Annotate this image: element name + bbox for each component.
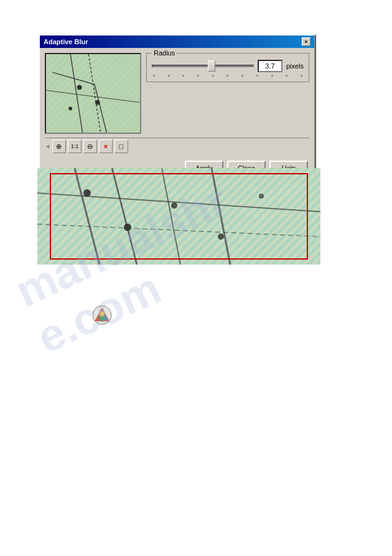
preview-box <box>45 53 141 134</box>
main-image <box>37 168 320 265</box>
slider-dot <box>153 75 155 77</box>
slider-dot <box>286 75 287 77</box>
slider-dot <box>301 75 302 77</box>
zoom-out-button[interactable]: ⊖ <box>83 139 97 153</box>
svg-point-30 <box>100 311 105 316</box>
slider-dot <box>256 75 258 77</box>
slider-dot <box>182 75 184 77</box>
dialog-titlebar: Adaptive Blur × <box>40 35 314 48</box>
radius-slider-track[interactable] <box>152 65 254 67</box>
adaptive-blur-dialog: Adaptive Blur × <box>39 34 315 183</box>
slider-row: pixels <box>152 60 304 72</box>
slider-dot <box>212 75 214 77</box>
svg-rect-2 <box>46 54 139 133</box>
dialog-content: Radius pixels <box>40 48 314 182</box>
app-icon <box>92 305 112 325</box>
slider-dot <box>168 75 170 77</box>
slider-dot <box>197 75 199 77</box>
zoom-reset-button[interactable]: 1:1 <box>68 139 82 153</box>
controls-area: Radius pixels <box>146 53 309 82</box>
cancel-icon: × <box>104 143 108 150</box>
slider-dots <box>152 75 304 77</box>
square-tool-button[interactable]: □ <box>114 139 128 153</box>
toolbar-arrow: ◄ <box>45 143 50 149</box>
slider-dot <box>241 75 243 77</box>
dialog-top-area: Radius pixels <box>45 53 309 134</box>
dialog-close-button[interactable]: × <box>302 37 310 46</box>
zoom-in-button[interactable]: ⊕ <box>52 139 66 153</box>
radius-legend: Radius <box>152 49 177 57</box>
zoom-in-icon: ⊕ <box>56 143 62 151</box>
zoom-reset-icon: 1:1 <box>71 143 79 149</box>
svg-point-8 <box>77 85 82 90</box>
svg-point-9 <box>95 100 100 105</box>
square-icon: □ <box>119 143 124 150</box>
svg-point-10 <box>68 106 72 110</box>
radius-group: Radius pixels <box>146 53 309 82</box>
radius-slider-thumb[interactable] <box>208 60 215 72</box>
slider-dot <box>226 75 228 77</box>
main-image-area <box>37 168 320 265</box>
zoom-out-icon: ⊖ <box>87 143 93 151</box>
slider-dot <box>271 75 273 77</box>
selection-rectangle <box>50 173 308 260</box>
toolbar-row: ◄ ⊕ 1:1 ⊖ × □ <box>45 138 309 154</box>
cancel-tool-button[interactable]: × <box>99 139 113 153</box>
dialog-title: Adaptive Blur <box>44 38 88 45</box>
radius-value-input[interactable] <box>258 60 282 72</box>
pixels-label: pixels <box>286 62 304 70</box>
